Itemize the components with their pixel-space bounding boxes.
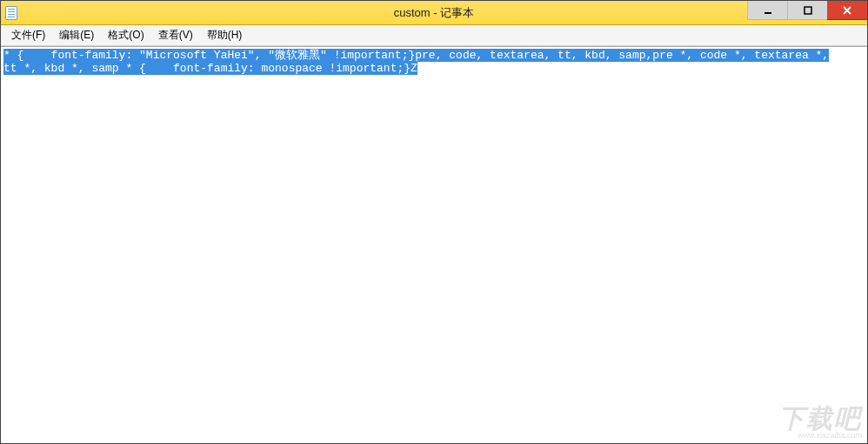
titlebar[interactable]: custom - 记事本: [1, 1, 867, 25]
menubar: 文件(F) 编辑(E) 格式(O) 查看(V) 帮助(H): [1, 25, 867, 46]
menu-file[interactable]: 文件(F): [4, 26, 52, 44]
notepad-icon: [5, 6, 17, 20]
menu-help[interactable]: 帮助(H): [200, 26, 250, 44]
notepad-window: custom - 记事本 文件(F) 编辑(E) 格式(O) 查看(V) 帮助(…: [0, 0, 868, 444]
selected-text-line1[interactable]: * { font-family: "Microsoft YaHei", "微软雅…: [3, 49, 829, 62]
close-button[interactable]: [827, 1, 867, 20]
window-title: custom - 记事本: [1, 5, 867, 21]
window-controls: [747, 1, 867, 20]
menu-view[interactable]: 查看(V): [151, 26, 200, 44]
text-content[interactable]: * { font-family: "Microsoft YaHei", "微软雅…: [1, 47, 867, 77]
menu-edit[interactable]: 编辑(E): [52, 26, 101, 44]
selected-text-line2[interactable]: tt *, kbd *, samp * { font-family: monos…: [3, 62, 417, 75]
minimize-button[interactable]: [747, 1, 787, 20]
text-editor-area[interactable]: * { font-family: "Microsoft YaHei", "微软雅…: [1, 46, 867, 443]
svg-rect-1: [805, 7, 811, 14]
maximize-button[interactable]: [787, 1, 827, 20]
app-icon-slot: [1, 6, 22, 20]
menu-format[interactable]: 格式(O): [101, 26, 150, 44]
